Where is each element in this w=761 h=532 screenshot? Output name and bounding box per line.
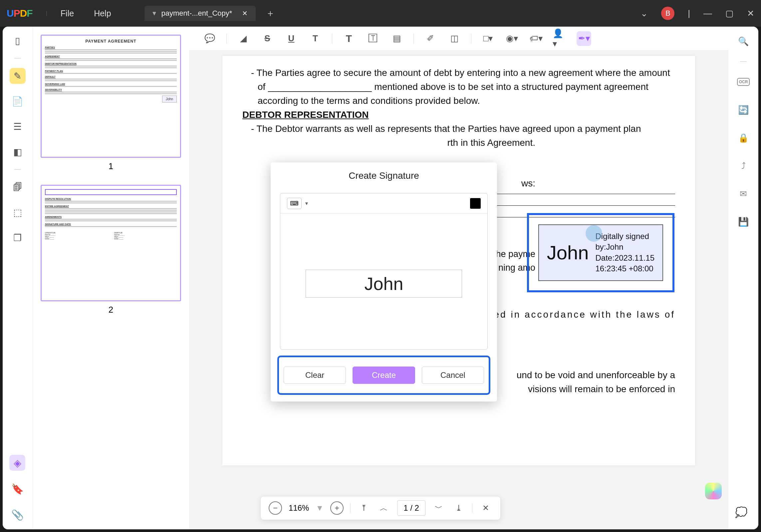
thumbnail-page-2[interactable]: DISPUTE RESOLUTION ENTIRE AGREEMENT AMEN…	[41, 185, 181, 301]
edit-tool-icon[interactable]: 📄	[10, 93, 26, 109]
create-button[interactable]: Create	[353, 367, 415, 384]
batch-tool-icon[interactable]: ❐	[10, 230, 26, 246]
create-signature-dialog: Create Signature ⌨ ▼ Clear Create Cancel	[271, 162, 497, 401]
text-tool-icon[interactable]: T	[342, 31, 356, 46]
doc-paragraph: - The Parties agree to secure the amount…	[242, 66, 675, 108]
menu-file[interactable]: File	[61, 9, 74, 18]
annotation-toolbar: 💬 ◢ S U T T 🅃 ▤ ✐ ◫ □▾ ◉▾ 🏷▾ 👤▾ ✒▾	[189, 27, 728, 51]
strikethrough-tool-icon[interactable]: S	[260, 31, 275, 46]
page-tool-icon[interactable]: ◧	[10, 144, 26, 160]
dialog-title: Create Signature	[271, 162, 497, 189]
mode-dropdown-icon[interactable]: ▼	[304, 201, 309, 206]
thumbnail-panel: PAYMENT AGREEMENT PARTIES AGREEMENT DEBT…	[33, 27, 189, 529]
convert-icon[interactable]: 🔄	[735, 102, 751, 118]
sticker-tool-icon[interactable]: 👤▾	[553, 31, 567, 46]
signature-canvas: ⌨ ▼	[280, 193, 488, 350]
user-avatar[interactable]: B	[661, 7, 674, 20]
left-toolbar: ▯ ✎ 📄 ☰ ◧ 🗐 ⬚ ❐	[3, 27, 33, 529]
textbox-tool-icon[interactable]: 🅃	[366, 31, 380, 46]
tag-tool-icon[interactable]: 🏷▾	[529, 31, 543, 46]
menu-help[interactable]: Help	[94, 9, 111, 18]
first-page-button[interactable]: ⤒	[357, 501, 371, 515]
new-tab-button[interactable]: ＋	[266, 7, 275, 20]
window-maximize-icon[interactable]: ▢	[725, 8, 734, 19]
search-icon[interactable]: 🔍	[735, 33, 751, 49]
doc-heading: DEBTOR REPRESENTATION	[242, 108, 675, 122]
page-navigator: − 116% ▼ + ⤒ ︿ 1 / 2 ﹀ ⤓ ✕	[260, 496, 501, 520]
doc-paragraph: - The Debtor warrants as well as represe…	[242, 122, 675, 136]
close-pager-button[interactable]: ✕	[479, 501, 492, 515]
ai-assistant-icon[interactable]	[705, 483, 722, 499]
window-close-icon[interactable]: ✕	[747, 8, 754, 19]
tab-close-icon[interactable]: ✕	[242, 9, 248, 17]
thumbnail-page-1[interactable]: PAYMENT AGREEMENT PARTIES AGREEMENT DEBT…	[41, 35, 181, 158]
zoom-level: 116%	[289, 503, 309, 513]
reader-tool-icon[interactable]: ▯	[10, 33, 26, 49]
clear-button[interactable]: Clear	[284, 367, 346, 384]
zoom-in-button[interactable]: +	[330, 501, 344, 515]
thumb-number-2: 2	[41, 305, 181, 315]
save-icon[interactable]: 💾	[735, 214, 751, 230]
email-icon[interactable]: ✉	[735, 186, 751, 202]
shape-tool-icon[interactable]: □▾	[481, 31, 495, 46]
pencil-tool-icon[interactable]: ✐	[423, 31, 438, 46]
zoom-dropdown-icon[interactable]: ▼	[316, 503, 324, 513]
page-indicator[interactable]: 1 / 2	[397, 500, 425, 516]
digital-signature-stamp[interactable]: John Digitally signed by:John Date:2023.…	[527, 213, 674, 292]
right-toolbar: 🔍 OCR 🔄 🔒 ⤴ ✉ 💾	[728, 27, 758, 529]
underline-tool-icon[interactable]: U	[284, 31, 299, 46]
protect-icon[interactable]: 🔒	[735, 130, 751, 146]
next-page-button[interactable]: ﹀	[432, 501, 445, 515]
squiggly-tool-icon[interactable]: T	[308, 31, 323, 46]
keyboard-mode-button[interactable]: ⌨	[287, 198, 302, 209]
share-icon[interactable]: ⤴	[735, 158, 751, 174]
layers-icon[interactable]: ◈	[9, 455, 25, 471]
chat-icon[interactable]: 💭	[733, 504, 749, 520]
window-minimize-icon[interactable]: —	[703, 8, 712, 19]
signature-seal-icon	[586, 225, 602, 242]
ocr-button[interactable]: OCR	[735, 74, 751, 90]
comment-tool-icon[interactable]: 💬	[202, 31, 217, 46]
crop-tool-icon[interactable]: ⬚	[10, 204, 26, 220]
signature-text-input[interactable]	[306, 270, 462, 298]
eraser-tool-icon[interactable]: ◫	[447, 31, 462, 46]
organize-tool-icon[interactable]: 🗐	[10, 179, 26, 195]
doc-fragment: rth in this Agreement.	[242, 136, 675, 150]
chevron-down-icon[interactable]: ⌄	[640, 8, 648, 19]
stamp-tool-icon[interactable]: ◉▾	[505, 31, 519, 46]
signature-metadata: Digitally signed by:John Date:2023.11.15…	[596, 231, 654, 274]
callout-tool-icon[interactable]: ▤	[389, 31, 404, 46]
highlight-tool-icon[interactable]: ◢	[236, 31, 251, 46]
document-tab[interactable]: ▾ payment-...ent_Copy* ✕	[144, 6, 256, 21]
prev-page-button[interactable]: ︿	[377, 501, 390, 515]
app-logo: UPDF	[7, 8, 33, 19]
form-tool-icon[interactable]: ☰	[10, 119, 26, 134]
zoom-out-button[interactable]: −	[269, 501, 282, 515]
cancel-button[interactable]: Cancel	[422, 367, 484, 384]
signature-color-picker[interactable]	[470, 198, 481, 209]
dialog-button-row: Clear Create Cancel	[277, 356, 490, 395]
signature-name: John	[547, 238, 589, 267]
last-page-button[interactable]: ⤓	[452, 501, 465, 515]
signature-tool-icon[interactable]: ✒▾	[577, 31, 591, 46]
thumb-number-1: 1	[41, 161, 181, 171]
attachment-icon[interactable]: 📎	[9, 507, 25, 523]
highlighter-tool-icon[interactable]: ✎	[10, 68, 26, 84]
tab-title: payment-...ent_Copy*	[161, 9, 232, 18]
bookmark-icon[interactable]: 🔖	[9, 481, 25, 497]
